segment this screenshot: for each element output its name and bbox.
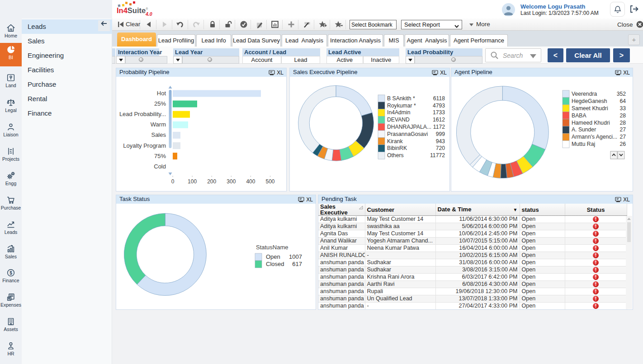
svg-text:28: 28 [619,120,626,126]
svg-text:33: 33 [619,105,626,112]
svg-text:Hameed Khudri: Hameed Khudri [572,120,610,126]
svg-text:28: 28 [619,112,626,119]
svg-text:DEVAND: DEVAND [387,117,410,123]
svg-text:HegdeGanesh: HegdeGanesh [572,98,607,104]
svg-text:1612: 1612 [433,117,445,123]
svg-text:$: $ [9,271,12,275]
svg-text:100: 100 [188,178,197,185]
svg-text:64: 64 [619,98,626,104]
svg-text:Cold: Cold [154,163,166,170]
svg-text:200: 200 [207,178,216,185]
svg-text:PrasannaGosavi: PrasannaGosavi [387,131,428,137]
svg-text:Muttu Raj: Muttu Raj [572,141,595,147]
svg-text:26: 26 [619,141,626,147]
svg-text:1172: 1172 [433,124,445,130]
svg-text:B SAnkith *: B SAnkith * [387,95,415,102]
svg-text:11772: 11772 [430,152,445,159]
svg-text:Kirank: Kirank [387,138,403,145]
svg-text:Lead Probability...: Lead Probability... [119,111,166,117]
svg-text:Sales: Sales [151,131,166,138]
svg-text:StatusName: StatusName [256,244,288,251]
svg-text:Loyalty Program: Loyalty Program [123,142,166,149]
svg-text:943: 943 [436,138,445,145]
svg-text:400: 400 [246,178,255,185]
svg-text:1007: 1007 [289,253,302,260]
svg-text:Open: Open [266,253,280,260]
svg-text:352: 352 [617,91,626,97]
svg-text:Roykumar *: Roykumar * [387,103,416,109]
svg-text:25%: 25% [154,100,166,107]
svg-text:Veerendra: Veerendra [572,91,597,97]
svg-text:999: 999 [436,131,445,137]
svg-text:4793: 4793 [433,103,445,109]
svg-text:Armann's Agenci...: Armann's Agenci... [572,134,617,140]
svg-text:75%: 75% [154,153,166,159]
svg-text:Hot: Hot [157,90,166,97]
svg-text:BABA: BABA [572,112,586,119]
svg-text:0: 0 [171,178,175,185]
svg-text:Others: Others [387,152,404,159]
svg-text:Closed: Closed [266,261,284,267]
svg-text:A. Sunder: A. Sunder [572,126,596,133]
svg-text:6118: 6118 [433,95,445,102]
svg-text:300: 300 [227,178,236,185]
svg-text:DHANRAJPALA...: DHANRAJPALA... [387,124,431,130]
svg-text:617: 617 [292,261,302,267]
svg-text:1733: 1733 [433,109,445,116]
svg-text:27: 27 [619,134,626,140]
svg-text:27: 27 [619,126,626,133]
svg-text:720: 720 [436,145,445,151]
svg-text:500: 500 [265,178,274,185]
svg-text:Sameet Khudri: Sameet Khudri [572,105,608,112]
svg-text:BibinRK: BibinRK [387,145,407,151]
svg-text:In4Admin: In4Admin [387,109,411,116]
svg-text:Warm: Warm [151,121,166,128]
